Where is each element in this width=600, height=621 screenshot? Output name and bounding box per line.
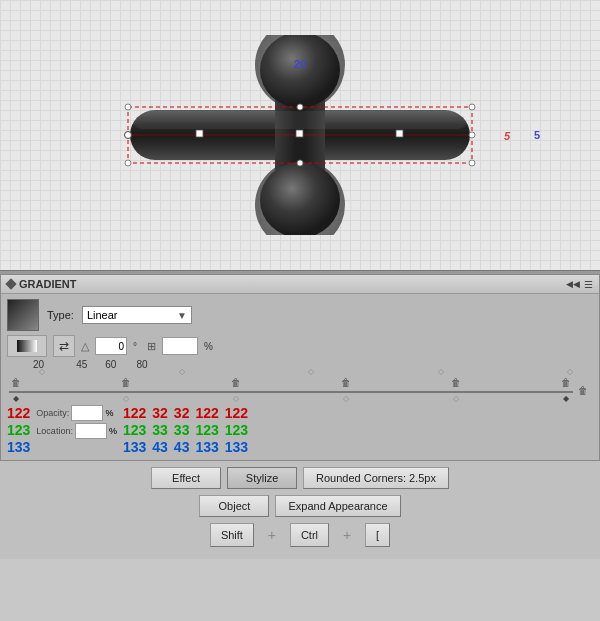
stop-col-3: 32 33 43 xyxy=(152,405,168,455)
gradient-options-btn[interactable] xyxy=(7,335,47,357)
degree-symbol: ° xyxy=(133,341,137,352)
gradient-title-text: GRADIENT xyxy=(19,278,76,290)
svg-rect-17 xyxy=(196,130,203,137)
svg-point-5 xyxy=(260,162,340,235)
gradient-bar-row: 🗑 🗑 🗑 🗑 🗑 🗑 ◆ ◇ ◇ ◇ ◇ ◆ xyxy=(7,377,593,403)
stop3-b: 43 xyxy=(152,439,168,456)
svg-rect-18 xyxy=(296,130,303,137)
object-button[interactable]: Object xyxy=(199,495,269,517)
type-value: Linear xyxy=(87,309,118,321)
stop-col-6: 122 123 133 xyxy=(225,405,248,455)
btn-row-3: Shift + Ctrl + [ xyxy=(10,523,590,547)
location-label: Location: xyxy=(36,426,73,436)
tick-45: 45 xyxy=(76,359,87,370)
rounded-corners-button[interactable]: Rounded Corners: 2.5px xyxy=(303,467,449,489)
ctrl-key-button[interactable]: Ctrl xyxy=(290,523,329,547)
bracket-key-button[interactable]: [ xyxy=(365,523,390,547)
type-label: Type: xyxy=(47,309,74,321)
percent-input[interactable] xyxy=(162,337,198,355)
stop5-g: 123 xyxy=(195,422,218,439)
stop3-g: 33 xyxy=(152,422,168,439)
stop2-r: 122 xyxy=(123,405,146,422)
panel-menu-icon[interactable]: ☰ xyxy=(584,279,593,290)
stop1-r: 122 xyxy=(7,405,30,422)
plus-icon-2: + xyxy=(335,523,359,547)
btn-row-2: Object Expand Appearance xyxy=(10,495,590,517)
stop1-g: 123 xyxy=(7,422,30,439)
stop6-r: 122 xyxy=(225,405,248,422)
svg-rect-19 xyxy=(396,130,403,137)
dim-indicator-right: 5 xyxy=(504,130,510,142)
gradient-panel-title: GRADIENT xyxy=(7,278,76,290)
reverse-btn[interactable]: ⇄ xyxy=(53,335,75,357)
opacity-input[interactable] xyxy=(71,405,103,421)
trash-icon-1[interactable]: 🗑 xyxy=(11,377,21,391)
trash-icon-3[interactable]: 🗑 xyxy=(231,377,241,391)
stop5-r: 122 xyxy=(195,405,218,422)
tick-60: 60 xyxy=(105,359,116,370)
stop2-g: 123 xyxy=(123,422,146,439)
gradient-controls-row: ⇄ △ ° ⊞ % xyxy=(7,335,593,357)
tick-80: 80 xyxy=(136,359,147,370)
stop6-b: 133 xyxy=(225,439,248,456)
shift-key-button[interactable]: Shift xyxy=(210,523,254,547)
svg-point-16 xyxy=(469,132,475,138)
svg-point-10 xyxy=(469,104,475,110)
stop6-g: 123 xyxy=(225,422,248,439)
trash-icon-2[interactable]: 🗑 xyxy=(121,377,131,391)
gradient-bar[interactable] xyxy=(9,391,573,393)
aspect-icon: ⊞ xyxy=(147,340,156,353)
trash-icon-4[interactable]: 🗑 xyxy=(341,377,351,391)
panel-controls-right: ◀◀ ☰ xyxy=(566,279,593,290)
gradient-swatch[interactable] xyxy=(7,299,39,331)
panel-collapse-icon[interactable]: ◀◀ xyxy=(566,279,580,290)
gradient-content: Type: Linear ▼ ⇄ △ ° ⊞ % xyxy=(1,294,599,460)
expand-appearance-button[interactable]: Expand Appearance xyxy=(275,495,400,517)
svg-point-13 xyxy=(297,104,303,110)
gradient-delete-btn[interactable]: 🗑 xyxy=(575,381,591,399)
stop2-b: 133 xyxy=(123,439,146,456)
stop4-g: 33 xyxy=(174,422,190,439)
canvas-content xyxy=(0,0,600,270)
location-input[interactable] xyxy=(75,423,107,439)
location-percent: % xyxy=(109,426,117,436)
stop-col-4: 32 33 43 xyxy=(174,405,190,455)
svg-point-11 xyxy=(125,160,131,166)
angle-input[interactable] xyxy=(95,337,127,355)
trash-icon-5[interactable]: 🗑 xyxy=(451,377,461,391)
gradient-icon xyxy=(17,339,37,353)
stop4-b: 43 xyxy=(174,439,190,456)
trash-icons-row: 🗑 🗑 🗑 🗑 🗑 🗑 xyxy=(9,377,573,391)
tick-20: 20 xyxy=(33,359,44,370)
opacity-label: Opacity: xyxy=(36,408,69,418)
color-values-section: 122 123 133 Opacity: % Location: % xyxy=(7,405,593,455)
plus-icon-1: + xyxy=(260,523,284,547)
effect-button[interactable]: Effect xyxy=(151,467,221,489)
dropdown-arrow-icon: ▼ xyxy=(177,310,187,321)
svg-point-9 xyxy=(125,104,131,110)
percent-label: % xyxy=(204,341,213,352)
svg-point-4 xyxy=(260,35,340,108)
svg-point-14 xyxy=(297,160,303,166)
buttons-section: Effect Stylize Rounded Corners: 2.5px Ob… xyxy=(0,461,600,559)
stop3-r: 32 xyxy=(152,405,168,422)
stop-col-1: 122 123 133 xyxy=(7,405,30,455)
type-dropdown[interactable]: Linear ▼ xyxy=(82,306,192,324)
tick-row: ◇ ◇ ◇ ◇ ◇ 20 45 60 80 xyxy=(7,359,593,377)
stop1-b: 133 xyxy=(7,439,30,456)
opacity-percent: % xyxy=(105,408,113,418)
diamond-icon xyxy=(5,278,16,289)
angle-icon: △ xyxy=(81,340,89,353)
opacity-location-col: Opacity: % Location: % xyxy=(36,405,117,455)
gradient-panel: GRADIENT ◀◀ ☰ Type: Linear ▼ xyxy=(0,274,600,461)
btn-row-1: Effect Stylize Rounded Corners: 2.5px xyxy=(10,467,590,489)
stop5-b: 133 xyxy=(195,439,218,456)
gradient-panel-header: GRADIENT ◀◀ ☰ xyxy=(1,275,599,294)
trash-icon-6[interactable]: 🗑 xyxy=(561,377,571,391)
stylize-button[interactable]: Stylize xyxy=(227,467,297,489)
canvas-area: 20 5 xyxy=(0,0,600,270)
dim-indicator-top: 20 xyxy=(294,58,306,70)
svg-point-20 xyxy=(125,132,132,139)
stop-col-5: 122 123 133 xyxy=(195,405,218,455)
svg-rect-6 xyxy=(132,111,468,129)
